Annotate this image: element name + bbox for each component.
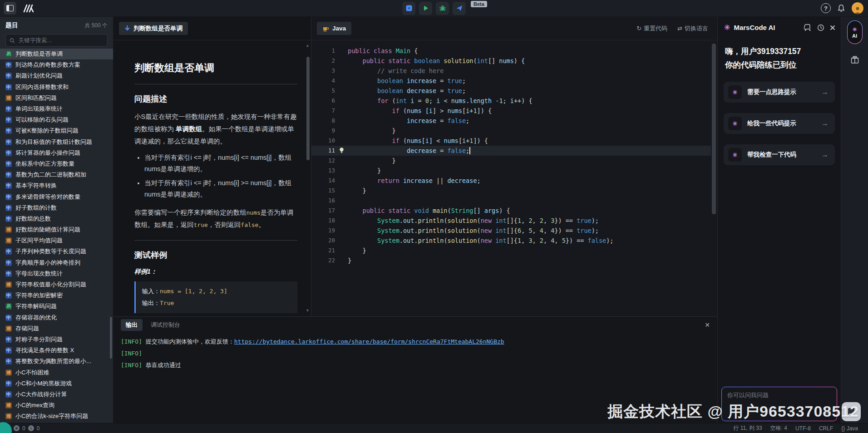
search-input[interactable]: [18, 37, 104, 44]
problem-list-item[interactable]: 中刷题计划优化问题: [0, 70, 113, 81]
problem-list-item[interactable]: 中单词出现频率统计: [0, 103, 113, 114]
problem-list-item[interactable]: 中存储容器的优化: [0, 312, 113, 323]
code-line[interactable]: 18 System.out.println(solution(new int[]…: [311, 216, 711, 226]
problem-list-item[interactable]: 中到达终点的奇数步数方案: [0, 59, 113, 70]
code-line[interactable]: 19 System.out.println(solution(new int[]…: [311, 226, 711, 236]
editor-scrollbar[interactable]: [712, 44, 716, 214]
problem-list-item[interactable]: 易判断数组是否单调: [0, 49, 113, 59]
code-line[interactable]: 13 }: [311, 166, 711, 176]
problem-list-item[interactable]: 中小C和小M的黑板游戏: [0, 378, 113, 389]
console-close-icon[interactable]: ✕: [705, 321, 710, 329]
problem-list-item[interactable]: 中小C大作战得分计算: [0, 389, 113, 400]
sidebar-toggle-button[interactable]: [4, 2, 16, 15]
problem-list-item[interactable]: 难好数组的陡峭值计算问题: [0, 224, 113, 235]
problem-list-item[interactable]: 难小C的合法k-size字符串问题: [0, 411, 113, 422]
code-line[interactable]: 7 if (nums [i] > nums[i+1]) {: [311, 106, 711, 116]
sidebar-scrollbar[interactable]: [110, 317, 112, 359]
tab-output[interactable]: 输出: [121, 319, 143, 331]
status-item-5[interactable]: {} Java: [841, 425, 858, 432]
code-line[interactable]: 6 for (int i = 0; i < nums.length -1; i+…: [311, 96, 711, 106]
problem-list-item[interactable]: 中坐标系中的正方形数量: [0, 158, 113, 169]
problem-list-item[interactable]: 中基数为负二的二进制数相加: [0, 169, 113, 180]
problem-list-item[interactable]: 中子序列种类数等于长度问题: [0, 246, 113, 257]
run-box-button[interactable]: [402, 2, 415, 15]
problem-list-item[interactable]: 中字典顺序最小的神奇排列: [0, 257, 113, 268]
code-line[interactable]: 17 public static void main(String[] args…: [311, 206, 711, 216]
problem-list-item[interactable]: 难小C不怕困难: [0, 367, 113, 378]
tab-debug-console[interactable]: 调试控制台: [151, 321, 180, 329]
code-line[interactable]: 2 public static boolean solution(int[] n…: [311, 56, 711, 66]
help-icon[interactable]: ?: [821, 3, 831, 13]
code-line[interactable]: 14 return increase || decrease;: [311, 176, 711, 186]
chat-input[interactable]: [726, 391, 834, 399]
user-avatar[interactable]: [852, 2, 863, 14]
problem-list-item[interactable]: 中好数组的总数: [0, 213, 113, 224]
difficulty-badge: 中: [5, 216, 12, 222]
ai-suggestion-card-1[interactable]: ✳需要一点思路提示→: [724, 82, 835, 103]
problem-list-item[interactable]: 中基本字符串转换: [0, 180, 113, 191]
problem-list-item[interactable]: 中字母出现次数统计: [0, 268, 113, 279]
lightbulb-icon[interactable]: [339, 147, 345, 154]
code-line[interactable]: 3 // write code here: [311, 66, 711, 76]
problem-list-item[interactable]: 中区间内选择整数求和: [0, 82, 113, 93]
code-line[interactable]: 11 decrease = false;: [311, 146, 711, 156]
problem-list-item[interactable]: 中字符串的加密解密: [0, 290, 113, 301]
code-line[interactable]: 12 }: [311, 156, 711, 166]
problem-tab[interactable]: 判断数组是否单调: [119, 22, 188, 35]
problem-list-item[interactable]: 难存储问题: [0, 323, 113, 334]
difficulty-badge: 中: [5, 139, 12, 145]
problem-list-item[interactable]: 难字符串权值最小化分割问题: [0, 279, 113, 290]
problem-list-item[interactable]: 中可被K整除的子数组问题: [0, 125, 113, 136]
code-line[interactable]: 20 System.out.println(solution(new int[]…: [311, 236, 711, 246]
code-line[interactable]: 1public class Main {: [311, 46, 711, 56]
problem-list-item[interactable]: 中和为目标值的子数组计数问题: [0, 137, 113, 148]
problem-list-item[interactable]: 易字符串解码问题: [0, 301, 113, 312]
problem-list-item[interactable]: 中可以移除的石头问题: [0, 114, 113, 125]
ai-rail-button[interactable]: ✳ AI: [847, 20, 863, 44]
editor-action-reset[interactable]: ↻重置代码: [636, 25, 667, 33]
scroll-up-arrow[interactable]: ▲: [306, 43, 310, 48]
status-item-2[interactable]: 空格: 4: [770, 424, 787, 432]
status-item-3[interactable]: UTF-8: [795, 425, 811, 432]
ai-suggestion-card-2[interactable]: ✳给我一些代码提示→: [724, 113, 835, 134]
close-icon[interactable]: [830, 25, 835, 30]
code-line[interactable]: 21 }: [311, 246, 711, 256]
search-box[interactable]: [5, 34, 108, 47]
line-number: 15: [311, 186, 335, 196]
problem-list-item[interactable]: 中多米诺骨牌等价对的数量: [0, 191, 113, 202]
language-tab[interactable]: Java: [317, 22, 351, 35]
problems-status[interactable]: ✕ 0 ! 0: [14, 425, 39, 432]
code-line[interactable]: 5 boolean decrease = true;: [311, 86, 711, 96]
problem-list-item[interactable]: 中坏计算器的最小操作问题: [0, 148, 113, 158]
new-chat-icon[interactable]: [804, 24, 812, 31]
problem-list-item[interactable]: 中寻找满足条件的整数 X: [0, 345, 113, 356]
status-item-4[interactable]: CRLF: [819, 425, 833, 432]
code-line[interactable]: 15 }: [311, 186, 711, 196]
problem-list-item[interactable]: 中将整数变为偶数所需的最小...: [0, 356, 113, 367]
gift-icon[interactable]: [850, 55, 859, 64]
code-line[interactable]: 22}: [311, 256, 711, 266]
run-button[interactable]: [419, 2, 432, 15]
code-line[interactable]: 16: [311, 196, 711, 206]
code-area[interactable]: 1public class Main {2 public static bool…: [311, 40, 711, 316]
problem-list-item[interactable]: 难区间和匹配问题: [0, 93, 113, 103]
bell-icon[interactable]: [837, 4, 845, 13]
code-line[interactable]: 9 }: [311, 126, 711, 136]
editor-action-switch-language[interactable]: ⇄切换语言: [677, 25, 708, 33]
problem-list-item[interactable]: 难子区间平均值问题: [0, 235, 113, 246]
status-item-1[interactable]: 行 11, 列 33: [733, 424, 762, 432]
description-scrollbar[interactable]: [306, 57, 310, 160]
problem-list-item[interactable]: 难小C的mex查询: [0, 400, 113, 411]
history-icon[interactable]: [817, 24, 824, 31]
ai-suggestion-card-3[interactable]: ✳帮我检查一下代码→: [724, 144, 835, 165]
code-line[interactable]: 10 if (nums[i] < nums[i+1]) {: [311, 136, 711, 146]
code-line[interactable]: 8 increase = false;: [311, 116, 711, 126]
scroll-down-arrow[interactable]: ▼: [306, 308, 310, 313]
debug-button[interactable]: [436, 2, 449, 15]
marscode-logo-icon[interactable]: [23, 4, 35, 13]
problem-list-item[interactable]: 中好子数组的计数: [0, 202, 113, 213]
code-line[interactable]: 4 boolean increase = true;: [311, 76, 711, 86]
text-segment[interactable]: https://bytedance.larkoffice.com/share/b…: [234, 338, 504, 345]
problem-list-item[interactable]: 中对称子串分割问题: [0, 334, 113, 345]
submit-button[interactable]: [453, 2, 466, 15]
